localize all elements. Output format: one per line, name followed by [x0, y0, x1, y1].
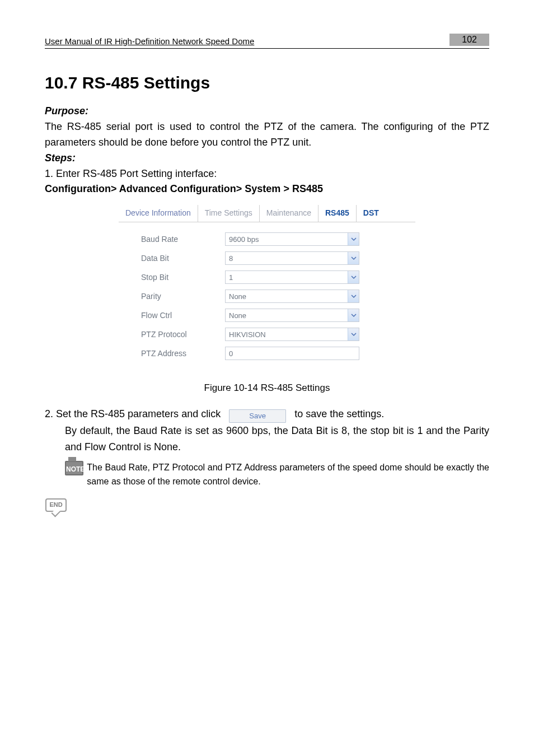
step-2-post: to save the settings. — [294, 408, 384, 419]
chevron-down-icon[interactable] — [348, 271, 359, 283]
tab-dst[interactable]: DST — [357, 205, 386, 222]
purpose-text: The RS-485 serial port is used to contro… — [45, 119, 489, 151]
chevron-down-icon[interactable] — [348, 233, 359, 245]
baud-rate-label: Baud Rate — [141, 235, 225, 244]
tab-device-information[interactable]: Device Information — [119, 205, 198, 222]
note-icon — [65, 461, 83, 475]
ptz-protocol-select[interactable] — [225, 328, 359, 341]
page-header: User Manual of IR High-Definition Networ… — [45, 34, 489, 49]
stop-bit-select[interactable] — [225, 270, 359, 284]
chevron-down-icon[interactable] — [348, 309, 359, 321]
chevron-down-icon[interactable] — [348, 328, 359, 340]
tab-time-settings[interactable]: Time Settings — [198, 205, 260, 222]
section-heading: 10.7 RS-485 Settings — [45, 73, 489, 92]
data-bit-select[interactable] — [225, 251, 359, 265]
figure-caption: Figure 10-14 RS-485 Settings — [45, 382, 489, 394]
tab-bar: Device Information Time Settings Mainten… — [119, 205, 415, 222]
chevron-down-icon[interactable] — [348, 252, 359, 264]
purpose-label: Purpose: — [45, 104, 489, 119]
tab-maintenance[interactable]: Maintenance — [260, 205, 318, 222]
parity-label: Parity — [141, 292, 225, 301]
tab-rs485[interactable]: RS485 — [318, 205, 357, 222]
end-icon: END — [45, 497, 67, 514]
step-2-pre: 2. Set the RS-485 parameters and click — [45, 408, 221, 419]
default-explanation: By default, the Baud Rate is set as 9600… — [65, 423, 489, 455]
end-label: END — [45, 498, 66, 512]
rs485-settings-panel: Device Information Time Settings Mainten… — [119, 205, 415, 375]
chevron-down-icon[interactable] — [348, 290, 359, 302]
step-2: 2. Set the RS-485 parameters and click S… — [45, 406, 489, 423]
baud-rate-select[interactable] — [225, 232, 359, 246]
flow-ctrl-select[interactable] — [225, 309, 359, 322]
note-text: The Baud Rate, PTZ Protocol and PTZ Addr… — [87, 461, 489, 489]
config-path: Configuration> Advanced Configuration> S… — [45, 181, 489, 197]
parity-select[interactable] — [225, 290, 359, 303]
doc-title: User Manual of IR High-Definition Networ… — [45, 36, 254, 46]
page-number: 102 — [449, 34, 489, 46]
step-1: 1. Enter RS-485 Port Setting interface: — [45, 166, 489, 182]
ptz-protocol-label: PTZ Protocol — [141, 330, 225, 339]
ptz-address-label: PTZ Address — [141, 349, 225, 358]
flow-ctrl-label: Flow Ctrl — [141, 311, 225, 320]
ptz-address-input[interactable] — [225, 347, 359, 360]
rs485-form: Baud Rate Data Bit Stop Bit — [119, 222, 415, 375]
data-bit-label: Data Bit — [141, 254, 225, 263]
stop-bit-label: Stop Bit — [141, 273, 225, 282]
note-block: The Baud Rate, PTZ Protocol and PTZ Addr… — [65, 461, 489, 489]
save-button[interactable]: Save — [229, 409, 286, 423]
steps-label: Steps: — [45, 151, 489, 166]
